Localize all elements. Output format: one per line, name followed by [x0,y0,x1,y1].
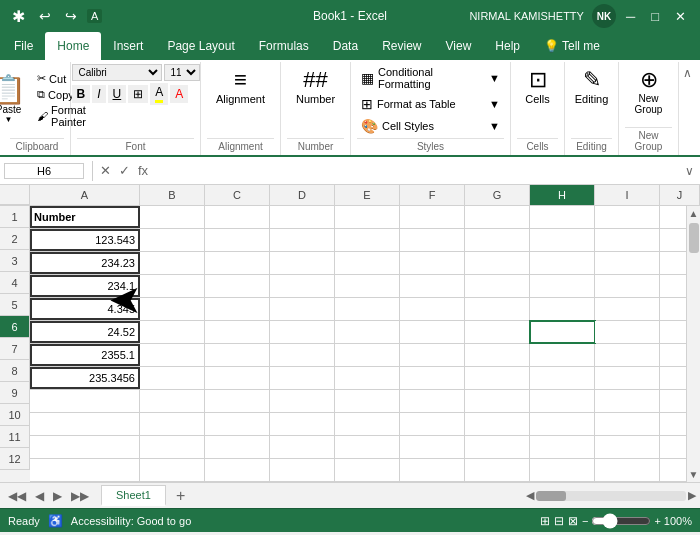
cell-b4[interactable] [140,275,205,297]
cell-a1[interactable]: Number [30,206,140,228]
cells-button[interactable]: ⊡ Cells [513,64,563,108]
cell-i1[interactable] [595,206,660,228]
cell-h6[interactable] [530,321,595,343]
cell-h7[interactable] [530,344,595,366]
tab-review[interactable]: Review [370,32,433,60]
cell-d6[interactable] [270,321,335,343]
col-header-b[interactable]: B [140,185,205,205]
cell-a6[interactable]: 24.52 [30,321,140,343]
row-header-4[interactable]: 4 [0,272,30,294]
cell-a2[interactable]: 123.543 [30,229,140,251]
col-header-a[interactable]: A [30,185,140,205]
col-header-g[interactable]: G [465,185,530,205]
add-sheet-button[interactable]: + [170,487,191,505]
paste-button[interactable]: 📋 Paste ▼ [0,74,32,126]
row-header-1[interactable]: 1 [0,206,30,228]
cell-e2[interactable] [335,229,400,251]
row-header-6[interactable]: 6 [0,316,30,338]
col-header-e[interactable]: E [335,185,400,205]
select-all-button[interactable] [0,185,30,205]
cell-f12[interactable] [400,459,465,481]
tab-tell-me[interactable]: 💡Tell me [532,32,612,60]
border-button[interactable]: ⊞ [128,85,148,103]
ribbon-collapse-button[interactable]: ∧ [679,62,696,84]
scroll-up-button[interactable]: ▲ [687,206,700,221]
cell-b7[interactable] [140,344,205,366]
cell-j5[interactable] [660,298,686,320]
cell-b6[interactable] [140,321,205,343]
cell-e8[interactable] [335,367,400,389]
cell-e4[interactable] [335,275,400,297]
cell-i7[interactable] [595,344,660,366]
cell-h8[interactable] [530,367,595,389]
cell-e7[interactable] [335,344,400,366]
tab-data[interactable]: Data [321,32,370,60]
cell-g5[interactable] [465,298,530,320]
cell-d2[interactable] [270,229,335,251]
cell-b11[interactable] [140,436,205,458]
formula-expand-button[interactable]: ∨ [679,164,700,178]
cell-j8[interactable] [660,367,686,389]
cell-a5[interactable]: 4.345 [30,298,140,320]
zoom-in-button[interactable]: + [654,515,660,527]
cell-c6[interactable] [205,321,270,343]
cell-c3[interactable] [205,252,270,274]
cell-a7[interactable]: 2355.1 [30,344,140,366]
cell-g2[interactable] [465,229,530,251]
sheet-nav-next[interactable]: ▶ [49,487,66,505]
cell-f8[interactable] [400,367,465,389]
tab-insert[interactable]: Insert [101,32,155,60]
tab-view[interactable]: View [434,32,484,60]
cell-j2[interactable] [660,229,686,251]
tab-page-layout[interactable]: Page Layout [155,32,246,60]
new-group-button[interactable]: ⊕ NewGroup [624,64,674,118]
cell-e5[interactable] [335,298,400,320]
cell-e9[interactable] [335,390,400,412]
cell-g3[interactable] [465,252,530,274]
cell-e3[interactable] [335,252,400,274]
cell-j9[interactable] [660,390,686,412]
cell-j7[interactable] [660,344,686,366]
cell-styles-button[interactable]: 🎨 Cell Styles ▼ [357,116,504,136]
sheet-tab-sheet1[interactable]: Sheet1 [101,485,166,506]
cell-e1[interactable] [335,206,400,228]
cell-c4[interactable] [205,275,270,297]
cell-e6[interactable] [335,321,400,343]
cell-f5[interactable] [400,298,465,320]
cell-i10[interactable] [595,413,660,435]
cell-c11[interactable] [205,436,270,458]
font-color-button[interactable]: A [170,85,188,103]
horizontal-scroll-thumb[interactable] [536,491,566,501]
cell-h12[interactable] [530,459,595,481]
cell-f7[interactable] [400,344,465,366]
cell-j12[interactable] [660,459,686,481]
cell-j4[interactable] [660,275,686,297]
sheet-nav-last[interactable]: ▶▶ [67,487,93,505]
cell-c7[interactable] [205,344,270,366]
col-header-d[interactable]: D [270,185,335,205]
cell-d9[interactable] [270,390,335,412]
cell-f6[interactable] [400,321,465,343]
fill-color-button[interactable]: A [150,83,168,105]
cell-c2[interactable] [205,229,270,251]
cell-g10[interactable] [465,413,530,435]
cell-a3[interactable]: 234.23 [30,252,140,274]
col-header-j[interactable]: J [660,185,700,205]
row-header-5[interactable]: 5 [0,294,30,316]
scroll-down-button[interactable]: ▼ [687,467,700,482]
cell-a11[interactable] [30,436,140,458]
cell-f9[interactable] [400,390,465,412]
cell-b12[interactable] [140,459,205,481]
cell-c10[interactable] [205,413,270,435]
cell-d4[interactable] [270,275,335,297]
cell-a10[interactable] [30,413,140,435]
cell-i8[interactable] [595,367,660,389]
cell-g9[interactable] [465,390,530,412]
font-name-select[interactable]: Calibri [72,64,162,81]
col-header-h[interactable]: H [530,185,595,205]
col-header-c[interactable]: C [205,185,270,205]
cell-d5[interactable] [270,298,335,320]
row-header-2[interactable]: 2 [0,228,30,250]
cell-g7[interactable] [465,344,530,366]
cell-f1[interactable] [400,206,465,228]
